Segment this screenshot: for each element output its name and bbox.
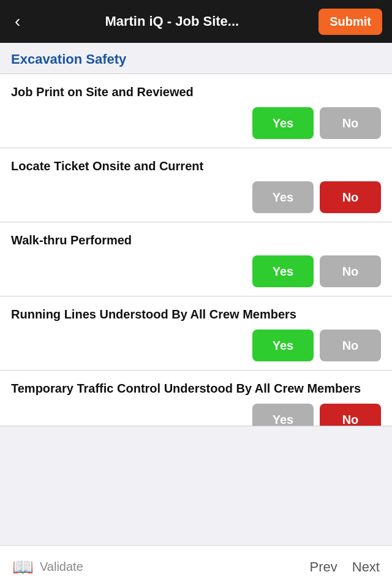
nav-buttons: Prev Next — [310, 559, 380, 575]
item-row-locate-ticket: Locate Ticket Onsite and CurrentYesNo — [0, 148, 392, 222]
no-button-job-print[interactable]: No — [320, 107, 381, 139]
item-label-walk-thru: Walk-thru Performed — [11, 232, 381, 248]
item-label-running-lines: Running Lines Understood By All Crew Mem… — [11, 306, 381, 322]
no-button-walk-thru[interactable]: No — [320, 255, 381, 287]
book-icon: 📖 — [12, 557, 34, 577]
app-header: ‹ Martin iQ - Job Site... Submit — [0, 0, 392, 43]
submit-button[interactable]: Submit — [318, 9, 382, 35]
item-label-traffic-control: Temporary Traffic Control Understood By … — [11, 380, 381, 396]
item-label-locate-ticket: Locate Ticket Onsite and Current — [11, 158, 381, 174]
validate-section: 📖 Validate — [12, 557, 83, 577]
item-row-running-lines: Running Lines Understood By All Crew Mem… — [0, 296, 392, 371]
yes-button-running-lines[interactable]: Yes — [252, 330, 314, 361]
no-button-locate-ticket[interactable]: No — [320, 181, 381, 213]
section-title: Excavation Safety — [0, 43, 392, 74]
btn-group-traffic-control: YesNo — [11, 404, 381, 426]
validate-label[interactable]: Validate — [40, 560, 83, 574]
btn-group-walk-thru: YesNo — [11, 255, 381, 287]
item-row-job-print: Job Print on Site and ReviewedYesNo — [0, 74, 392, 148]
btn-group-running-lines: YesNo — [11, 330, 381, 361]
item-row-walk-thru: Walk-thru PerformedYesNo — [0, 222, 392, 296]
yes-button-job-print[interactable]: Yes — [252, 107, 314, 139]
yes-button-locate-ticket[interactable]: Yes — [252, 181, 314, 213]
item-row-traffic-control: Temporary Traffic Control Understood By … — [0, 371, 392, 426]
back-button[interactable]: ‹ — [10, 7, 25, 36]
items-list: Job Print on Site and ReviewedYesNoLocat… — [0, 74, 392, 426]
no-button-running-lines[interactable]: No — [320, 330, 381, 361]
btn-group-job-print: YesNo — [11, 107, 381, 139]
yes-button-walk-thru[interactable]: Yes — [252, 255, 314, 287]
no-button-traffic-control[interactable]: No — [320, 404, 381, 426]
prev-button[interactable]: Prev — [310, 559, 337, 575]
next-button[interactable]: Next — [352, 559, 380, 575]
yes-button-traffic-control[interactable]: Yes — [252, 404, 314, 426]
item-label-job-print: Job Print on Site and Reviewed — [11, 84, 381, 100]
btn-group-locate-ticket: YesNo — [11, 181, 381, 213]
bottom-bar: 📖 Validate Prev Next — [0, 545, 392, 588]
header-title: Martin iQ - Job Site... — [25, 13, 318, 29]
